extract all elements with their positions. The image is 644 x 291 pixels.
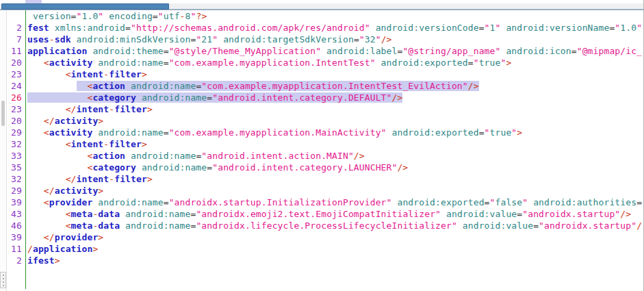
code-line[interactable]: 35 <category android:name="android.inten…	[6, 162, 643, 173]
code-line[interactable]: 32 </intent-filter>	[6, 173, 643, 185]
token: ?>	[196, 11, 207, 21]
code-line[interactable]: 32 <intent-filter>	[6, 138, 643, 150]
selected-token	[77, 81, 88, 91]
line-number[interactable]: 11	[6, 243, 25, 255]
token: android:value	[446, 209, 517, 219]
token: filter	[114, 174, 147, 184]
token: <	[66, 139, 71, 149]
code-line[interactable]: 20 </activity>	[6, 115, 643, 127]
token: -	[109, 174, 114, 184]
code-line[interactable]: 46 <meta-data android:name="androidx.lif…	[6, 220, 643, 231]
code-line[interactable]: 29 <activity android:name="com.example.m…	[6, 127, 643, 138]
code-text: application android:theme="@style/Theme_…	[25, 45, 642, 57]
code-line[interactable]: 39 <provider android:name="androidx.star…	[6, 197, 643, 208]
code-viewer-window: version="1.0" encoding="utf-8"?>2fest xm…	[0, 0, 644, 291]
code-line[interactable]: 7uses-sdk android:minSdkVersion="21" and…	[6, 34, 643, 45]
line-number[interactable]: 2	[6, 255, 25, 266]
code-line[interactable]: 20 <activity android:name="com.example.m…	[6, 57, 643, 68]
line-number[interactable]: 11	[6, 45, 25, 57]
code-text: <action android:name="android.intent.act…	[25, 150, 365, 162]
line-number[interactable]: 39	[6, 231, 25, 243]
token: utf	[164, 11, 180, 21]
code-line[interactable]: 23 <intent-filter>	[6, 68, 643, 80]
line-number[interactable]: 23	[6, 103, 25, 115]
token	[120, 209, 125, 219]
code-line[interactable]: 24 <action android:name="com.example.mya…	[6, 80, 643, 92]
token	[27, 220, 66, 231]
code-text: uses-sdk android:minSdkVersion="21" andr…	[25, 34, 392, 45]
line-number-current[interactable]: 26	[6, 92, 25, 103]
line-number[interactable]: 7	[6, 34, 25, 45]
line-number[interactable]: 20	[6, 57, 25, 68]
line-number[interactable]: 43	[6, 208, 25, 220]
token	[27, 209, 66, 219]
token: <	[66, 220, 71, 231]
line-number[interactable]: 46	[6, 220, 25, 231]
token: "com.example.myapplication.IntentTest"	[169, 58, 376, 68]
code-editor-area[interactable]: version="1.0" encoding="utf-8"?>2fest xm…	[6, 10, 643, 291]
token: "http://schemas.android.com/apk/res/andr…	[131, 23, 370, 33]
line-number[interactable]: 39	[6, 197, 25, 208]
selected-token: />	[391, 92, 402, 103]
token: />	[620, 209, 631, 219]
token: "	[474, 58, 479, 68]
token: android:name	[125, 220, 190, 231]
token: true	[479, 58, 501, 68]
line-number[interactable]: 29	[6, 185, 25, 197]
code-line[interactable]: 39 </provider>	[6, 231, 643, 243]
selected-token: android:name	[131, 81, 196, 91]
token	[218, 34, 223, 45]
code-line[interactable]: 29 </activity>	[6, 185, 643, 197]
token: =	[71, 11, 77, 21]
line-number[interactable]: 23	[6, 68, 25, 80]
code-line[interactable]: 33 <action android:name="android.intent.…	[6, 150, 643, 162]
code-text: </intent-filter>	[25, 173, 153, 185]
line-number[interactable]: 35	[6, 162, 25, 173]
code-line[interactable]: 2ifest>	[6, 255, 643, 266]
left-scroll-thumb[interactable]	[1, 101, 5, 126]
token: android:exported	[391, 127, 478, 138]
token: android:authorities	[533, 197, 636, 207]
token: =	[636, 197, 642, 207]
token	[120, 220, 125, 231]
token: =	[164, 127, 169, 138]
line-number[interactable]: 32	[6, 138, 25, 150]
token: intent	[71, 139, 104, 149]
line-number[interactable]: 33	[6, 150, 25, 162]
line-number[interactable]	[6, 10, 25, 22]
token: encoding	[109, 11, 153, 21]
code-line[interactable]: 43 <meta-data android:name="androidx.emo…	[6, 208, 643, 220]
selected-token: action	[92, 81, 125, 91]
token: >	[506, 58, 511, 68]
token: android:name	[98, 197, 163, 207]
token: >	[517, 127, 522, 138]
splitter-grip[interactable]	[0, 272, 6, 288]
code-line[interactable]: 11application android:theme="@style/Them…	[6, 45, 643, 57]
token	[27, 197, 44, 207]
token: android:name	[125, 209, 190, 219]
line-number[interactable]: 24	[6, 80, 25, 92]
horizontal-scrollbar[interactable]	[0, 3, 643, 10]
code-line[interactable]: 23 </intent-filter>	[6, 103, 643, 115]
code-line[interactable]: 11/application>	[6, 243, 643, 255]
token: >	[98, 232, 103, 242]
code-line[interactable]: 2fest xmlns:android="http://schemas.andr…	[6, 22, 643, 34]
token: android:label	[326, 46, 397, 56]
horizontal-scrollbar-thumb[interactable]	[1, 3, 169, 10]
code-text: </activity>	[25, 115, 103, 127]
token: intent	[71, 69, 104, 79]
token	[27, 69, 66, 79]
token: </	[44, 232, 55, 242]
code-line[interactable]: 26 <category android:name="android.inten…	[6, 92, 643, 103]
token: <	[66, 209, 71, 219]
token: activity	[49, 127, 93, 138]
line-number[interactable]: 2	[6, 22, 25, 34]
line-number[interactable]: 29	[6, 127, 25, 138]
code-text: fest xmlns:android="http://schemas.andro…	[25, 22, 642, 34]
token	[49, 23, 55, 33]
token: -	[109, 104, 114, 114]
line-number[interactable]: 20	[6, 115, 25, 127]
code-line[interactable]: version="1.0" encoding="utf-8"?>	[6, 10, 643, 22]
token: =	[164, 58, 169, 68]
line-number[interactable]: 32	[6, 173, 25, 185]
